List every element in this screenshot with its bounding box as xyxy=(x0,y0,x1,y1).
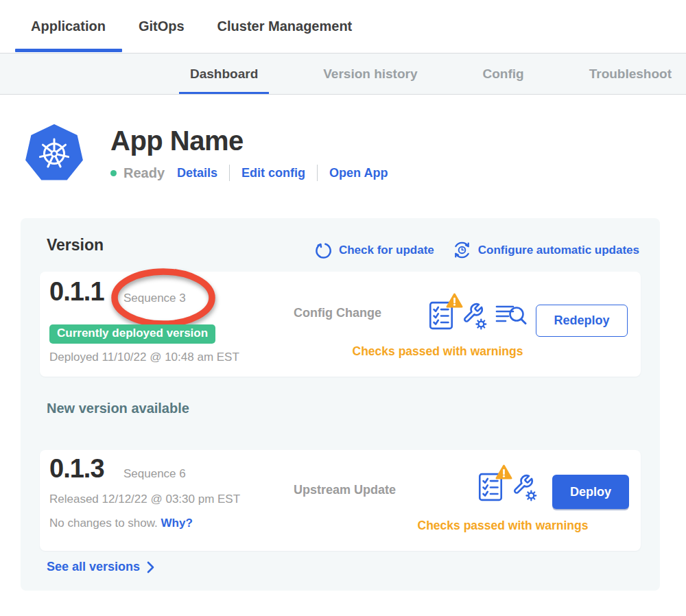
view-files-icon[interactable] xyxy=(495,303,528,328)
new-version-source: Upstream Update xyxy=(294,483,396,497)
chevron-right-icon xyxy=(147,561,155,573)
app-status-row: Ready Details Edit config Open App xyxy=(110,165,388,181)
configure-automatic-updates-button[interactable]: Configure automatic updates xyxy=(452,240,639,260)
new-version-number: 0.1.3 xyxy=(49,454,104,484)
link-divider xyxy=(229,165,230,181)
edit-config-icon[interactable] xyxy=(511,473,539,502)
warning-triangle-icon xyxy=(495,464,512,480)
current-version-source: Config Change xyxy=(294,306,381,320)
top-navigation: Application GitOps Cluster Management xyxy=(0,0,686,53)
version-actions: Check for update Configure automatic upd… xyxy=(314,240,639,260)
warning-triangle-icon xyxy=(446,293,463,309)
check-for-update-button[interactable]: Check for update xyxy=(314,241,434,259)
nav-item-application[interactable]: Application xyxy=(31,0,106,53)
kubernetes-logo-icon xyxy=(24,122,84,185)
details-link[interactable]: Details xyxy=(177,166,217,180)
app-header: App Name Ready Details Edit config Open … xyxy=(24,122,686,185)
deploy-button[interactable]: Deploy xyxy=(552,475,629,509)
current-version-check-icons xyxy=(428,300,528,331)
redeploy-button[interactable]: Redeploy xyxy=(536,305,628,337)
preflight-checks-icon[interactable] xyxy=(428,300,454,331)
new-version-sequence: Sequence 6 xyxy=(123,467,186,481)
current-version-sequence: Sequence 3 xyxy=(123,292,186,305)
see-all-versions-label: See all versions xyxy=(47,560,140,574)
see-all-versions-link[interactable]: See all versions xyxy=(47,560,155,574)
current-checks-status: Checks passed with warnings xyxy=(287,344,589,359)
auto-update-icon xyxy=(452,240,472,260)
refresh-icon xyxy=(314,241,333,259)
edit-config-icon[interactable] xyxy=(461,301,488,331)
app-name-title: App Name xyxy=(110,125,388,156)
currently-deployed-badge: Currently deployed version xyxy=(49,324,215,344)
tab-version-history[interactable]: Version history xyxy=(323,54,417,95)
new-checks-status: Checks passed with warnings xyxy=(352,519,654,533)
current-version-card: 0.1.1 Sequence 3 Currently deployed vers… xyxy=(40,272,641,377)
version-section-title: Version xyxy=(47,236,104,254)
new-version-check-icons xyxy=(477,472,539,502)
edit-config-link[interactable]: Edit config xyxy=(241,166,305,180)
new-version-card: 0.1.3 Sequence 6 Released 12/12/22 @ 03:… xyxy=(40,450,641,551)
tab-troubleshoot[interactable]: Troubleshoot xyxy=(589,54,672,95)
nav-item-gitops[interactable]: GitOps xyxy=(139,0,185,53)
why-link[interactable]: Why? xyxy=(161,517,193,530)
tab-config[interactable]: Config xyxy=(483,54,524,95)
configure-automatic-updates-label: Configure automatic updates xyxy=(478,244,639,257)
new-version-heading: New version available xyxy=(47,401,189,416)
no-changes-note: No changes to show. Why? xyxy=(49,517,193,530)
tab-dashboard[interactable]: Dashboard xyxy=(190,54,258,95)
link-divider xyxy=(317,165,318,181)
preflight-checks-icon[interactable] xyxy=(477,472,504,502)
open-app-link[interactable]: Open App xyxy=(329,166,388,180)
deployed-timestamp: Deployed 11/10/22 @ 10:48 am EST xyxy=(49,351,239,364)
released-timestamp: Released 12/12/22 @ 03:30 pm EST xyxy=(49,493,240,506)
check-for-update-label: Check for update xyxy=(339,244,434,257)
current-version-number: 0.1.1 xyxy=(49,277,104,307)
app-tab-bar: Dashboard Version history Config Trouble… xyxy=(0,53,686,95)
version-section: Version Check for update xyxy=(21,218,660,591)
app-status-label: Ready xyxy=(123,165,165,181)
nav-item-cluster-management[interactable]: Cluster Management xyxy=(217,0,353,53)
ready-status-dot xyxy=(110,170,117,176)
